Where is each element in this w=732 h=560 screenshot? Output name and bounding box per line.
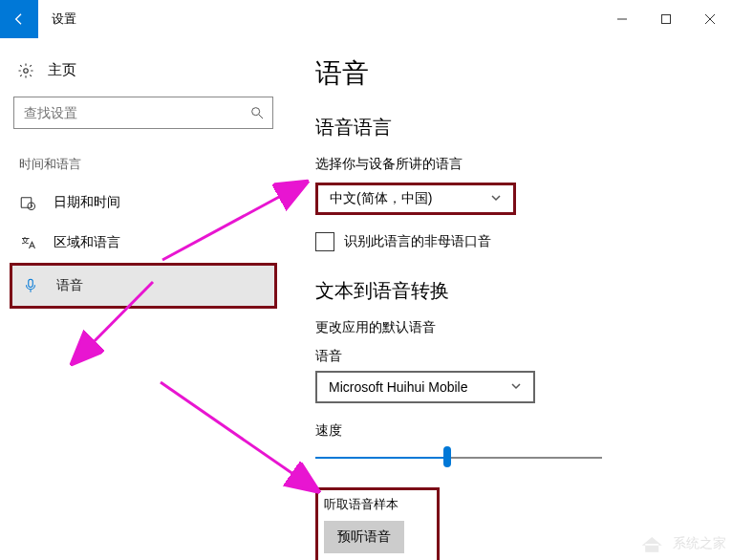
window-title: 设置: [38, 11, 76, 28]
search-icon: [249, 105, 265, 120]
calendar-clock-icon: [19, 194, 36, 211]
sidebar: 主页 时间和语言 日期和时间 区域和语言 语音: [0, 38, 287, 560]
preview-voice-button[interactable]: 预听语音: [324, 521, 404, 553]
voice-select[interactable]: Microsoft Huihui Mobile: [315, 371, 535, 403]
section-header-speech-language: 语音语言: [315, 115, 703, 140]
voice-select-value: Microsoft Huihui Mobile: [329, 379, 468, 395]
search-input-container[interactable]: [13, 97, 273, 129]
search-input[interactable]: [24, 105, 249, 120]
language-select-value: 中文(简体，中国): [330, 190, 432, 207]
svg-point-5: [252, 108, 260, 116]
sidebar-item-label: 日期和时间: [54, 194, 120, 211]
speed-slider[interactable]: [315, 445, 602, 468]
slider-thumb[interactable]: [443, 446, 451, 467]
sidebar-item-label: 区域和语言: [54, 234, 120, 251]
nonnative-accent-checkbox-row[interactable]: 识别此语言的非母语口音: [315, 232, 703, 251]
slider-fill: [315, 457, 447, 459]
close-button[interactable]: [688, 0, 732, 38]
preview-label: 听取语音样本: [324, 496, 431, 513]
sidebar-item-speech[interactable]: 语音: [10, 263, 277, 309]
back-button[interactable]: [0, 0, 38, 38]
watermark-icon: [640, 533, 667, 554]
language-icon: [19, 234, 36, 251]
svg-line-6: [259, 115, 263, 118]
window-controls: [600, 0, 732, 38]
watermark-text: 系统之家: [673, 535, 726, 552]
microphone-icon: [22, 277, 39, 294]
checkbox-label: 识别此语言的非母语口音: [344, 233, 491, 250]
section-header-tts: 文本到语音转换: [315, 278, 703, 304]
tts-desc: 更改应用的默认语音: [315, 319, 703, 336]
titlebar: 设置: [0, 0, 732, 38]
watermark: 系统之家: [640, 533, 726, 554]
content-pane: 语音 语音语言 选择你与设备所讲的语言 中文(简体，中国) 识别此语言的非母语口…: [287, 38, 732, 560]
gear-icon: [17, 62, 34, 79]
svg-point-4: [24, 68, 29, 73]
preview-voice-block: 听取语音样本 预听语音: [315, 487, 440, 560]
arrow-left-icon: [11, 11, 27, 27]
maximize-button[interactable]: [644, 0, 688, 38]
chevron-down-icon: [490, 191, 502, 206]
speech-language-desc: 选择你与设备所讲的语言: [315, 156, 703, 173]
chevron-down-icon: [510, 379, 522, 395]
sidebar-item-region[interactable]: 区域和语言: [10, 223, 277, 263]
sidebar-item-datetime[interactable]: 日期和时间: [10, 183, 277, 223]
language-select[interactable]: 中文(简体，中国): [315, 183, 516, 215]
page-title: 语音: [315, 55, 703, 92]
sidebar-item-label: 语音: [56, 277, 83, 294]
home-nav[interactable]: 主页: [10, 55, 277, 85]
minimize-button[interactable]: [600, 0, 644, 38]
sidebar-section-header: 时间和语言: [19, 156, 268, 173]
checkbox[interactable]: [315, 232, 334, 251]
svg-rect-9: [29, 279, 33, 287]
svg-rect-1: [662, 15, 671, 24]
speed-label: 速度: [315, 422, 703, 440]
home-label: 主页: [48, 61, 76, 79]
voice-label: 语音: [315, 348, 703, 365]
